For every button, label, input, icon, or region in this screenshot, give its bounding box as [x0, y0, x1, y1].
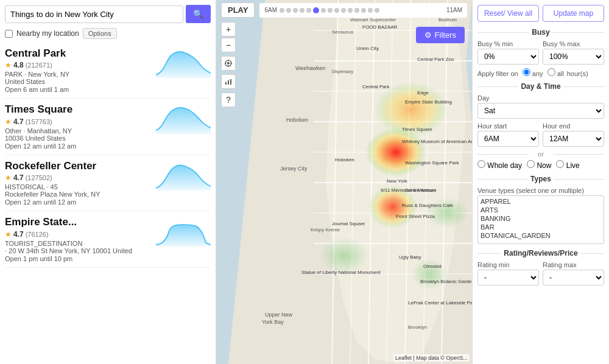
hour-start-select[interactable]: 6AM	[477, 131, 539, 147]
svg-text:Central Park: Central Park	[362, 84, 390, 89]
svg-text:Secaucus: Secaucus	[332, 29, 353, 35]
any-radio[interactable]	[523, 68, 530, 76]
day-time-section-title: Day & Time	[477, 82, 604, 91]
busy-max-col: Busy % max 100%	[543, 40, 604, 65]
rating-min-label: Rating min	[477, 261, 539, 268]
all-radio-label[interactable]: all	[547, 70, 566, 77]
time-dot	[361, 8, 366, 13]
rating: 4.7	[13, 117, 24, 126]
nearby-checkbox[interactable]	[5, 30, 13, 38]
svg-text:FOOD BAZAAR: FOOD BAZAAR	[362, 24, 398, 30]
map-area[interactable]: Weehawken Hoboken Jersey City Secaucus U…	[216, 0, 472, 364]
time-dot	[286, 8, 291, 13]
whole-day-radio[interactable]	[477, 160, 485, 168]
svg-text:Journal Square: Journal Square	[332, 221, 365, 226]
play-button[interactable]: PLAY	[221, 2, 255, 18]
zoom-in-button[interactable]: +	[221, 22, 236, 37]
any-radio-label[interactable]: any	[523, 70, 545, 77]
time-dot-active	[313, 7, 319, 13]
day-select[interactable]: Sat	[477, 103, 604, 119]
reset-button[interactable]: Reset/ View all	[477, 5, 539, 22]
live-option[interactable]: Live	[556, 160, 579, 170]
all-radio[interactable]	[547, 68, 555, 76]
update-map-button[interactable]: Update map	[543, 5, 604, 22]
stars-row: ★ 4.8 (212671)	[5, 61, 152, 69]
svg-text:Washington Square Park: Washington Square Park	[405, 160, 460, 166]
time-dot	[293, 8, 298, 13]
hour-start-col: Hour start 6AM	[477, 122, 539, 147]
venue-type-arts[interactable]: ARTS	[481, 206, 601, 214]
venue-type-banking[interactable]: BANKING	[481, 214, 601, 223]
rating-max-col: Rating max -	[543, 261, 604, 285]
rating-max-select[interactable]: -	[543, 270, 604, 285]
day-time-options: Whole day Now Live	[477, 160, 604, 170]
chart-icon	[225, 78, 232, 85]
location-button[interactable]	[221, 56, 236, 71]
rating-min-col: Rating min -	[477, 261, 539, 285]
results-list: Central Park ★ 4.8 (212671) PARK · New Y…	[0, 43, 216, 364]
stars-row: ★ 4.7 (127502)	[5, 173, 152, 182]
svg-text:Empire State Building: Empire State Building	[405, 99, 452, 105]
svg-text:Olmsted: Olmsted	[423, 264, 442, 269]
busy-max-select[interactable]: 100%	[543, 49, 604, 65]
result-name: Rockefeller Center	[5, 160, 152, 172]
svg-text:Russ & Daughters Cafe: Russ & Daughters Cafe	[402, 203, 454, 208]
busy-min-label: Busy % min	[477, 40, 539, 47]
result-address: United States	[5, 78, 152, 85]
time-dot	[368, 8, 373, 13]
sparkline-empire	[156, 216, 211, 247]
now-option[interactable]: Now	[527, 160, 551, 170]
result-item-times-square[interactable]: Times Square ★ 4.7 (157763) Other · Manh…	[5, 99, 211, 155]
venue-type-botanical[interactable]: BOTANICAL_GARDEN	[481, 231, 601, 240]
busy-min-col: Busy % min 0%	[477, 40, 539, 65]
result-item-empire-state[interactable]: Empire State... ★ 4.7 (76126) TOURIST_DE…	[5, 211, 211, 267]
svg-text:Jersey City: Jersey City	[280, 166, 308, 172]
time-dot	[348, 8, 353, 13]
time-dot	[280, 8, 284, 13]
svg-text:Hoboken: Hoboken	[335, 157, 354, 163]
result-hours: Open 12 am until 12 am	[5, 142, 152, 150]
result-type: TOURIST_DESTINATION	[5, 240, 152, 247]
venue-type-apparel[interactable]: APPAREL	[481, 197, 601, 206]
chart-button[interactable]	[221, 74, 236, 89]
zoom-out-button[interactable]: −	[221, 38, 236, 52]
live-radio[interactable]	[556, 160, 564, 168]
filters-button[interactable]: ⚙ Filters	[416, 27, 465, 43]
types-section-title: Types	[477, 175, 604, 183]
nearby-row: Nearby my location Options	[0, 26, 216, 43]
rating-section-title: Rating/Reviews/Price	[477, 249, 604, 257]
location-icon	[225, 60, 232, 67]
whole-day-option[interactable]: Whole day	[477, 160, 522, 170]
sparkline-rockefeller	[156, 160, 211, 191]
busy-min-select[interactable]: 0%	[477, 49, 539, 65]
svg-text:Krispy Kreme: Krispy Kreme	[311, 227, 340, 233]
venue-types-list[interactable]: APPAREL ARTS BANKING BAR BOTANICAL_GARDE…	[477, 195, 604, 244]
result-name: Central Park	[5, 47, 152, 60]
time-dot	[341, 8, 346, 13]
result-type: PARK · New York, NY	[5, 71, 152, 78]
search-icon: 🔍	[193, 9, 203, 19]
result-item-rockefeller[interactable]: Rockefeller Center ★ 4.7 (127502) HISTOR…	[5, 155, 211, 211]
help-button[interactable]: ?	[221, 93, 236, 107]
review-count: (212671)	[26, 61, 52, 69]
sparkline-times-square	[156, 103, 211, 134]
venue-type-bar[interactable]: BAR	[481, 223, 601, 231]
time-slider[interactable]: 6AM 11AM	[259, 3, 467, 18]
hour-end-select[interactable]: 12AM	[543, 131, 604, 147]
rating-range-row: Rating min - Rating max -	[477, 261, 604, 285]
right-panel: Reset/ View all Update map Busy Busy % m…	[472, 0, 609, 364]
star-icon: ★	[5, 117, 12, 126]
live-label: Live	[566, 161, 580, 170]
options-button[interactable]: Options	[83, 28, 117, 39]
search-button[interactable]: 🔍	[186, 5, 211, 23]
map-controls: + − ?	[221, 22, 236, 107]
result-item-central-park[interactable]: Central Park ★ 4.8 (212671) PARK · New Y…	[5, 43, 211, 99]
time-dots	[277, 7, 446, 13]
svg-text:Grimm Artisan: Grimm Artisan	[405, 187, 436, 193]
rating-min-select[interactable]: -	[477, 270, 539, 285]
now-radio[interactable]	[527, 160, 535, 168]
filter-icon: ⚙	[424, 30, 432, 40]
review-count: (157763)	[26, 118, 52, 125]
search-input[interactable]	[5, 5, 183, 23]
svg-point-20	[320, 237, 368, 274]
